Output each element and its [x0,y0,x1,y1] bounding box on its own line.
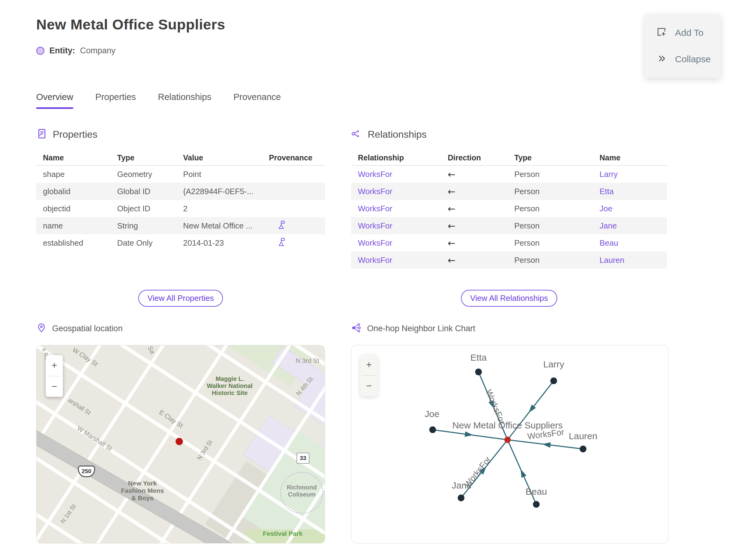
name-link[interactable]: Beau [593,238,666,248]
relationship-link[interactable]: WorksFor [351,255,441,265]
zoom-in-button[interactable]: + [360,355,378,375]
tab-overview[interactable]: Overview [36,92,73,109]
col-relationship: Relationship [351,153,441,162]
direction-arrow: ← [441,203,508,214]
type-cell: Person [508,238,593,248]
zoom-in-button[interactable]: + [46,355,63,376]
view-all-relationships-button[interactable]: View All Relationships [461,290,557,307]
geospatial-header: Geospatial location [36,323,325,334]
property-value: Point [176,170,262,179]
property-value: 2014-01-23 [176,238,262,248]
graph-node[interactable] [429,426,436,433]
entity-type-icon [36,47,44,55]
geospatial-section: Geospatial location k Rd W Clay St Sa ar… [36,323,325,544]
relationship-link[interactable]: WorksFor [351,187,441,196]
entity-row: Entity: Company [36,46,116,56]
relationship-row: WorksFor ← Person Jane [351,217,667,234]
property-value: New Metal Office ... [176,221,262,231]
entity-label: Entity: [49,46,75,56]
properties-icon [36,128,47,140]
type-cell: Person [508,170,593,179]
poi-label-coliseum: Richmond Coliseum [281,484,322,498]
relationships-table-header: Relationship Direction Type Name [351,150,667,166]
link-chart-canvas[interactable]: WorksForWorksForWorksForEttaLarryJoeLaur… [351,345,668,543]
node-label: Beau [526,486,547,497]
entity-type-value: Company [80,46,116,56]
provenance-flag-icon[interactable] [278,237,286,249]
property-row: name String New Metal Office ... [36,217,325,234]
relationships-section-title: Relationships [368,129,427,140]
direction-arrow: ← [441,255,508,266]
property-row: established Date Only 2014-01-23 [36,234,325,251]
center-node-label: New Metal Office Suppliers [452,420,563,430]
link-chart-header: One-hop Neighbor Link Chart [351,323,669,334]
direction-arrow: ← [441,238,508,248]
property-provenance [262,237,324,249]
page-title: New Metal Office Suppliers [36,16,225,33]
property-name: globalid [36,187,110,196]
col-type: Type [110,153,176,162]
network-icon [351,323,362,334]
map[interactable]: k Rd W Clay St Sa arshall St W Marshall … [36,345,325,543]
entity-location-marker[interactable] [176,438,183,445]
direction-arrow: ← [441,221,508,231]
relationship-row: WorksFor ← Person Larry [351,166,667,183]
graph-node[interactable] [475,369,482,375]
add-to-label: Add To [675,28,703,38]
property-type: Date Only [110,238,176,248]
map-zoom-control: + − [46,355,63,397]
zoom-out-button[interactable]: − [360,376,378,397]
link-chart-section: One-hop Neighbor Link Chart WorksForWork… [351,323,669,544]
relationships-section: Relationships Relationship Direction Typ… [351,128,667,312]
properties-section-header: Properties [36,128,325,140]
graph-node[interactable] [458,494,465,501]
zoom-out-button[interactable]: − [46,376,63,397]
property-provenance [262,220,324,232]
add-to-button[interactable]: Add To [645,26,721,39]
relationship-row: WorksFor ← Person Beau [351,234,667,251]
property-type: Global ID [110,187,176,196]
type-cell: Person [508,255,593,265]
tab-bar: Overview Properties Relationships Proven… [36,92,281,109]
name-link[interactable]: Larry [593,170,666,179]
col-provenance: Provenance [262,153,324,162]
chart-zoom-control: + − [360,355,378,396]
property-type: Geometry [110,170,176,179]
graph-center-node[interactable] [504,437,511,443]
tab-properties[interactable]: Properties [95,92,136,109]
collapse-icon [656,53,668,66]
graph-node[interactable] [550,378,557,384]
view-all-properties-button[interactable]: View All Properties [138,290,223,307]
link-chart[interactable]: WorksForWorksForWorksForEttaLarryJoeLaur… [351,345,669,543]
add-to-icon [656,26,668,39]
property-name: objectid [36,204,110,213]
collapse-label: Collapse [675,54,711,64]
relationship-row: WorksFor ← Person Joe [351,200,667,217]
collapse-button[interactable]: Collapse [645,53,721,66]
name-link[interactable]: Jane [593,221,666,231]
graph-node[interactable] [580,446,586,452]
relationship-row: WorksFor ← Person Etta [351,183,667,200]
col-direction: Direction [441,153,508,162]
graph-node[interactable] [533,501,540,508]
relationship-link[interactable]: WorksFor [351,204,441,213]
provenance-flag-icon[interactable] [278,220,286,232]
col-name: Name [36,153,110,162]
col-name: Name [593,153,666,162]
type-cell: Person [508,187,593,196]
actions-panel: Add To Collapse [645,14,721,78]
relationship-link[interactable]: WorksFor [351,238,441,248]
name-link[interactable]: Lauren [593,255,666,265]
relationships-table: Relationship Direction Type Name WorksFo… [351,150,667,269]
node-label: Jane [452,480,472,490]
name-link[interactable]: Etta [593,187,666,196]
tab-provenance[interactable]: Provenance [233,92,281,109]
relationship-link[interactable]: WorksFor [351,221,441,231]
name-link[interactable]: Joe [593,204,666,213]
tab-relationships[interactable]: Relationships [158,92,211,109]
link-chart-title: One-hop Neighbor Link Chart [367,324,475,333]
properties-section: Properties Name Type Value Provenance sh… [36,128,325,312]
relationship-link[interactable]: WorksFor [351,170,441,179]
relationships-icon [351,128,362,140]
property-row: objectid Object ID 2 [36,200,325,217]
